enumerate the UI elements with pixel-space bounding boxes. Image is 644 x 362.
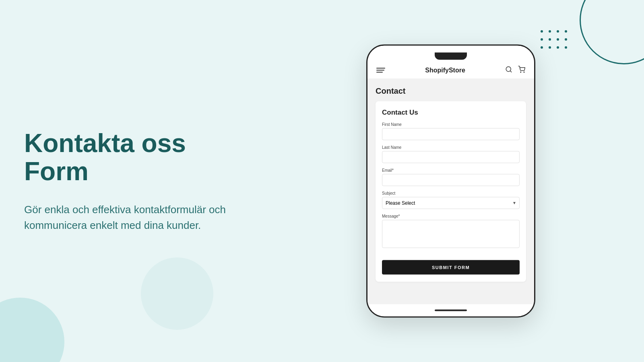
svg-point-3 [524, 72, 524, 73]
page-title: Kontakta oss Form [24, 129, 258, 186]
last-name-input[interactable] [382, 151, 520, 163]
decorative-dots [541, 30, 570, 51]
decorative-circle-left-mid [141, 257, 213, 330]
email-label: Email* [382, 168, 520, 173]
search-icon[interactable] [505, 66, 512, 75]
page-description: Gör enkla och effektiva kontaktformulär … [24, 202, 258, 233]
hamburger-menu-button[interactable] [376, 68, 385, 73]
message-label: Message* [382, 214, 520, 218]
message-field-group: Message* [382, 214, 520, 250]
message-textarea[interactable] [382, 220, 520, 248]
contact-page-heading: Contact [376, 86, 526, 96]
subject-label: Subject [382, 191, 520, 195]
form-title: Contact Us [382, 109, 520, 117]
first-name-input[interactable] [382, 128, 520, 140]
page-content: Contact Contact Us First Name Last Name … [367, 79, 534, 304]
store-name: ShopifyStore [425, 67, 465, 74]
phone-mockup: ShopifyStore Contac [366, 45, 535, 318]
phone-frame: ShopifyStore Contac [366, 45, 535, 318]
first-name-field-group: First Name [382, 122, 520, 140]
svg-line-1 [510, 71, 511, 72]
last-name-label: Last Name [382, 145, 520, 150]
last-name-field-group: Last Name [382, 145, 520, 163]
cart-icon[interactable] [518, 66, 525, 75]
phone-notch [435, 53, 467, 60]
subject-field-group: Subject Please Select General Inquiry Su… [382, 191, 520, 209]
phone-bottom-bar [367, 304, 534, 317]
svg-point-2 [520, 72, 521, 73]
home-indicator [435, 310, 467, 311]
left-content-area: Kontakta oss Form Gör enkla och effektiv… [24, 129, 258, 233]
phone-top-bar [367, 46, 534, 62]
subject-select[interactable]: Please Select General Inquiry Support Bi… [382, 197, 520, 209]
contact-form-card: Contact Us First Name Last Name Email* S… [376, 101, 526, 282]
subject-select-wrapper: Please Select General Inquiry Support Bi… [382, 197, 520, 209]
email-input[interactable] [382, 174, 520, 186]
submit-form-button[interactable]: SUBMIT FORM [382, 260, 520, 275]
store-nav: ShopifyStore [367, 62, 534, 79]
decorative-circle-bottom-left [0, 298, 64, 362]
email-field-group: Email* [382, 168, 520, 186]
nav-icons [505, 66, 525, 75]
first-name-label: First Name [382, 122, 520, 127]
decorative-circle-top-right [580, 0, 644, 64]
